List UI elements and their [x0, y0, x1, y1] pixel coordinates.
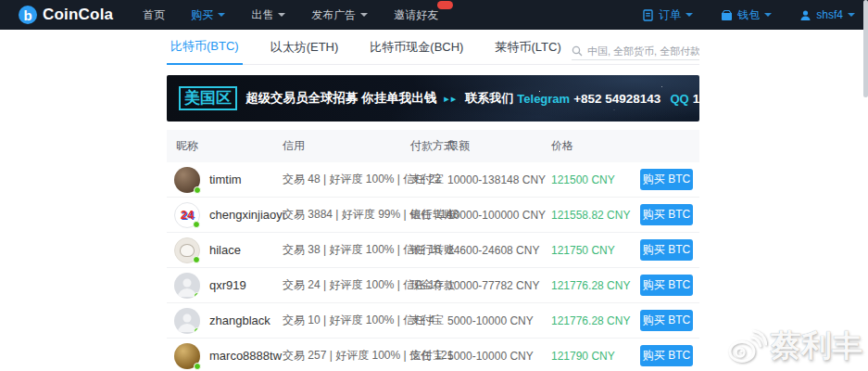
- buy-btc-button[interactable]: 购买 BTC: [640, 239, 693, 261]
- credit-info: 交易 24 | 好评度 100% | 信任 10: [283, 277, 410, 293]
- avatar[interactable]: 24: [174, 202, 200, 228]
- price: 121500 CNY: [551, 173, 636, 186]
- tab-btc[interactable]: 比特币(BTC): [167, 38, 243, 65]
- price: 121776.28 CNY: [551, 279, 636, 292]
- payment-method: 支付宝: [410, 172, 447, 187]
- online-status-dot: [193, 221, 200, 228]
- table-header: 昵称 信用 付款方式 限额 价格: [167, 130, 699, 162]
- avatar[interactable]: [174, 343, 200, 369]
- price: 121790 CNY: [551, 350, 636, 363]
- filter-search[interactable]: [572, 45, 699, 60]
- search-input[interactable]: [587, 45, 699, 57]
- nav-label: shsf4: [816, 8, 843, 21]
- brand-logo[interactable]: b CoinCola: [19, 6, 113, 24]
- chevron-down-icon: [848, 13, 855, 17]
- nav-label: 邀请好友: [394, 7, 438, 23]
- trade-limit: 24600-24608 CNY: [447, 244, 551, 257]
- table-row: qxr919 交易 24 | 好评度 100% | 信任 10 现金存款 100…: [167, 268, 699, 303]
- col-limit: 限额: [447, 138, 551, 154]
- trade-limit: 10000-138148 CNY: [447, 173, 551, 186]
- trader-name[interactable]: timtim: [209, 173, 242, 186]
- contact-label: 联系我们: [465, 90, 513, 107]
- trader-name[interactable]: marco8888tw: [209, 349, 282, 363]
- table-row: 24 chengxinjiaoyi 交易 3884 | 好评度 99% | 信任…: [167, 198, 699, 233]
- nav-label: 出售: [251, 7, 273, 23]
- buy-btc-button[interactable]: 购买 BTC: [640, 204, 693, 225]
- payment-method: 银行转账: [410, 242, 447, 258]
- online-status-dot: [194, 186, 201, 194]
- watermark-text: 蔡利丰: [771, 326, 862, 367]
- nav-label: 钱包: [737, 7, 760, 23]
- tab-bch[interactable]: 比特币现金(BCH): [366, 39, 467, 64]
- credit-info: 交易 38 | 好评度 100% | 信任 16: [283, 242, 410, 258]
- nav-item-buy[interactable]: 购买: [191, 7, 225, 23]
- trader-name[interactable]: qxr919: [209, 278, 246, 292]
- trader-name[interactable]: hilace: [209, 243, 241, 257]
- search-icon: [572, 45, 583, 57]
- trade-limit: 5000-10000 CNY: [447, 350, 551, 363]
- avatar[interactable]: [174, 273, 200, 299]
- weibo-icon: [726, 328, 767, 365]
- coin-tabs: 比特币(BTC) 以太坊(ETH) 比特币现金(BCH) 莱特币(LTC): [167, 39, 699, 65]
- banner-headline: 超级交易员全球招募 你挂单我出钱: [245, 90, 436, 107]
- nav-item-post-ad[interactable]: 发布广告: [311, 7, 368, 23]
- online-status-dot: [194, 327, 200, 334]
- avatar[interactable]: [174, 167, 200, 193]
- table-row: timtim 交易 48 | 好评度 100% | 信任 22 支付宝 1000…: [167, 162, 699, 198]
- main-content: 比特币(BTC) 以太坊(ETH) 比特币现金(BCH) 莱特币(LTC) 美国…: [167, 39, 699, 371]
- avatar[interactable]: [174, 237, 200, 263]
- credit-info: 交易 48 | 好评度 100% | 信任 22: [283, 172, 410, 187]
- promo-banner[interactable]: 美国区 超级交易员全球招募 你挂单我出钱 ▸▸ 联系我们 Telegram +8…: [167, 75, 699, 122]
- payment-method: 银行转账: [410, 207, 447, 223]
- brand-name: CoinCola: [43, 6, 113, 24]
- chevron-down-icon: [278, 13, 285, 17]
- region-tag: 美国区: [179, 86, 237, 110]
- arrows-icon: ▸▸: [444, 93, 458, 105]
- nav-item-home[interactable]: 首页: [143, 7, 165, 23]
- buy-btc-button[interactable]: 购买 BTC: [640, 345, 693, 366]
- chevron-down-icon: [218, 13, 225, 17]
- price: 121558.82 CNY: [551, 209, 636, 222]
- weibo-watermark: 蔡利丰: [726, 326, 862, 367]
- notification-badge: [437, 1, 453, 9]
- nav-item-orders[interactable]: 订单: [642, 7, 693, 23]
- tab-eth[interactable]: 以太坊(ETH): [267, 39, 343, 64]
- credit-info: 交易 10 | 好评度 100% | 信任 4: [283, 313, 410, 328]
- table-row: marco8888tw 交易 257 | 好评度 100% | 信任 121 支…: [167, 339, 699, 371]
- online-status-dot: [194, 292, 200, 299]
- nav-label: 首页: [143, 7, 165, 23]
- orders-icon: [642, 9, 654, 21]
- trade-limit: 10000-77782 CNY: [447, 279, 551, 292]
- nav-item-invite-friends[interactable]: 邀请好友: [394, 7, 438, 23]
- trader-name[interactable]: zhangblack: [209, 313, 270, 327]
- offers-table: 昵称 信用 付款方式 限额 价格 timtim 交易 48 | 好评度 100%…: [167, 130, 699, 371]
- coincola-logo-icon: b: [19, 6, 37, 24]
- buy-btc-button[interactable]: 购买 BTC: [640, 169, 693, 190]
- online-status-dot: [193, 256, 200, 263]
- buy-btc-button[interactable]: 购买 BTC: [640, 310, 693, 331]
- nav-label: 购买: [191, 7, 213, 23]
- tab-ltc[interactable]: 莱特币(LTC): [491, 39, 564, 64]
- avatar[interactable]: [174, 308, 200, 334]
- credit-info: 交易 257 | 好评度 100% | 信任 121: [283, 348, 410, 364]
- payment-method: 支付宝: [410, 313, 447, 328]
- trader-name[interactable]: chengxinjiaoyi: [209, 208, 285, 222]
- nav-item-user-account[interactable]: shsf4: [799, 8, 855, 21]
- table-row: hilace 交易 38 | 好评度 100% | 信任 16 银行转账 246…: [167, 233, 699, 268]
- payment-method: 现金存款: [410, 277, 447, 293]
- telegram-label: Telegram: [517, 92, 570, 106]
- nav-label: 发布广告: [311, 7, 356, 23]
- nav-item-wallet[interactable]: 钱包: [721, 7, 772, 23]
- col-price: 价格: [551, 138, 636, 154]
- table-row: zhangblack 交易 10 | 好评度 100% | 信任 4 支付宝 5…: [167, 303, 699, 339]
- col-payment: 付款方式: [410, 138, 447, 154]
- navbar-right: 订单 钱包 shsf4: [614, 7, 855, 23]
- trade-limit: 10000-100000 CNY: [447, 209, 551, 222]
- chevron-down-icon: [686, 13, 693, 17]
- online-status-dot: [194, 363, 201, 370]
- top-navbar: b CoinCola 首页 购买 出售 发布广告 邀请好友 订单 钱包: [0, 0, 868, 30]
- scrollbar[interactable]: [863, 0, 868, 97]
- nav-item-sell[interactable]: 出售: [251, 7, 285, 23]
- chevron-down-icon: [360, 13, 368, 17]
- buy-btc-button[interactable]: 购买 BTC: [640, 275, 693, 296]
